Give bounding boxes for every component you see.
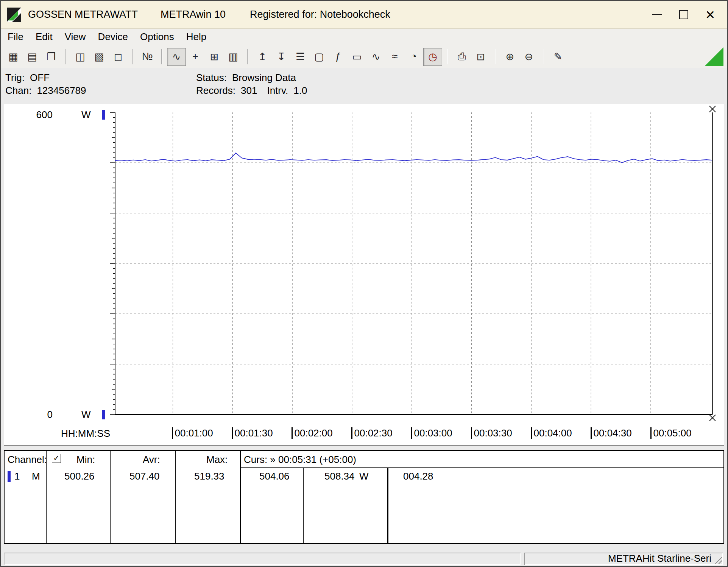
toolbar: ▦ ▤ ❐ ◫ ▧ ◻ № ∿ + ⊞ ▥ ↥ ↧ ☰ ▢ ƒ ▭ ∿ ≈ ◔ … xyxy=(1,45,727,68)
monitor-icon[interactable]: ▢ xyxy=(310,48,329,66)
sequence-list-icon[interactable]: ☰ xyxy=(291,48,310,66)
resize-grip[interactable] xyxy=(714,556,722,564)
cell-avr-value: 507.40 xyxy=(129,470,160,482)
comment-icon[interactable]: ✎ xyxy=(549,48,567,66)
cell-delta-value: 004.28 xyxy=(403,470,433,482)
channel-color-marker xyxy=(8,471,11,482)
y-axis-unit-top: W xyxy=(81,109,91,120)
chan-value: 123456789 xyxy=(37,85,86,96)
table-column-divider xyxy=(240,451,241,543)
x-tick-label: 00:04:00 xyxy=(531,427,572,439)
menu-help[interactable]: Help xyxy=(180,29,212,45)
window-title-registered: Registered for: Notebookcheck xyxy=(250,9,390,20)
toolbar-separator xyxy=(247,49,248,64)
table-column-divider xyxy=(110,451,111,543)
records-value: 301 xyxy=(241,85,257,96)
channel-marker-bottom xyxy=(102,410,105,419)
x-axis-format-label: HH:MM:SS xyxy=(61,428,110,439)
maximize-button[interactable] xyxy=(670,1,697,29)
menu-file[interactable]: File xyxy=(2,29,30,45)
x-tick-label: 00:02:30 xyxy=(351,427,393,439)
open-icon[interactable]: ❐ xyxy=(42,48,61,66)
timer-icon[interactable]: ◷ xyxy=(423,48,442,66)
download-icon[interactable]: ↧ xyxy=(272,48,291,66)
upload-icon[interactable]: ↥ xyxy=(253,48,272,66)
table-column-divider-thick xyxy=(387,467,388,543)
cell-channel-mode: M xyxy=(32,470,40,482)
export-icon[interactable]: ◫ xyxy=(71,48,90,66)
crosshair-icon[interactable]: + xyxy=(186,48,205,66)
minimize-icon xyxy=(652,14,662,15)
window-title-app: METRAwin 10 xyxy=(161,9,226,20)
cell-cursor-value-2: 508.34 xyxy=(324,470,355,482)
col-header-min: Min: xyxy=(76,454,95,466)
tick-mark xyxy=(232,427,233,439)
intrv-label: Intrv. xyxy=(267,85,288,96)
tick-mark xyxy=(650,427,652,439)
chart-panel: 600 W 0 W HH:MM:SS 00:01:00 00:01:30 00:… xyxy=(4,104,724,446)
bar-graph-icon[interactable]: ▥ xyxy=(224,48,243,66)
x-tick-label: 00:03:00 xyxy=(411,427,452,439)
waveform-icon[interactable]: ∿ xyxy=(366,48,385,66)
menu-device[interactable]: Device xyxy=(92,29,134,45)
table-column-divider xyxy=(303,467,304,543)
cell-min-value: 500.26 xyxy=(64,470,95,482)
col-header-channel: Channel: xyxy=(8,454,47,466)
print-preview-icon[interactable]: ⊡ xyxy=(471,48,490,66)
trend-view-icon[interactable]: ∿ xyxy=(167,48,186,66)
trigger-channel-info: Trig:OFF Chan:123456789 xyxy=(5,71,86,97)
trig-value: OFF xyxy=(30,72,50,83)
function-icon[interactable]: ƒ xyxy=(329,48,348,66)
copy-icon[interactable]: ◻ xyxy=(109,48,128,66)
toolbar-separator xyxy=(495,49,496,64)
cell-channel-number: 1 xyxy=(14,470,20,482)
numeric-display-icon[interactable]: № xyxy=(138,48,157,66)
chan-label: Chan: xyxy=(5,85,31,96)
trend-plot[interactable] xyxy=(4,104,724,445)
tick-mark xyxy=(471,427,472,439)
tick-mark xyxy=(411,427,412,439)
titlebar: GOSSEN METRAWATT METRAwin 10 Registered … xyxy=(1,1,727,29)
col-header-cursor: Curs: » 00:05:31 (+05:00) xyxy=(244,454,356,466)
table-view-icon[interactable]: ⊞ xyxy=(205,48,224,66)
zoom-out-icon[interactable]: ⊖ xyxy=(519,48,538,66)
cursor-header-divider xyxy=(240,467,723,468)
statusbar: METRAHit Starline-Seri xyxy=(1,551,727,566)
channel-visible-checkbox[interactable]: ✓ xyxy=(52,454,61,463)
x-tick-label: 00:04:30 xyxy=(591,427,632,439)
tick-mark xyxy=(531,427,532,439)
save-icon[interactable]: ▦ xyxy=(4,48,23,66)
x-tick-label: 00:01:30 xyxy=(232,427,273,439)
expand-triangle-icon[interactable] xyxy=(705,47,723,66)
x-tick-label: 00:05:00 xyxy=(650,427,692,439)
zoom-in-icon[interactable]: ⊕ xyxy=(500,48,519,66)
intrv-value: 1.0 xyxy=(293,85,307,96)
window-title-brand: GOSSEN METRAWATT xyxy=(28,9,138,20)
connected-device-name: METRAHit Starline-Seri xyxy=(608,553,711,564)
envelope-icon[interactable]: ≈ xyxy=(385,48,404,66)
import-icon[interactable]: ▧ xyxy=(90,48,109,66)
menu-edit[interactable]: Edit xyxy=(30,29,59,45)
close-button[interactable]: × xyxy=(697,1,723,29)
channel-marker-top xyxy=(102,110,105,120)
save-as-icon[interactable]: ▤ xyxy=(23,48,42,66)
col-header-avr: Avr: xyxy=(143,454,160,466)
y-axis-unit-bottom: W xyxy=(81,409,91,420)
x-tick-label: 00:02:00 xyxy=(292,427,333,439)
table-column-divider xyxy=(175,451,176,543)
minimize-button[interactable] xyxy=(644,1,670,29)
col-header-max: Max: xyxy=(206,454,228,466)
tick-mark xyxy=(172,427,173,439)
device-display-icon[interactable]: ▭ xyxy=(348,48,366,66)
table-column-divider xyxy=(46,451,47,543)
menu-options[interactable]: Options xyxy=(134,29,180,45)
menu-view[interactable]: View xyxy=(59,29,92,45)
records-label: Records: xyxy=(196,85,235,96)
print-icon[interactable]: ⎙ xyxy=(452,48,471,66)
clock-icon[interactable]: ◔ xyxy=(404,48,423,66)
app-logo-icon xyxy=(7,8,21,22)
x-tick-label: 00:01:00 xyxy=(172,427,213,439)
x-tick-label: 00:03:30 xyxy=(471,427,512,439)
status-value: Browsing Data xyxy=(232,72,296,83)
statusbar-message-panel xyxy=(4,553,521,565)
